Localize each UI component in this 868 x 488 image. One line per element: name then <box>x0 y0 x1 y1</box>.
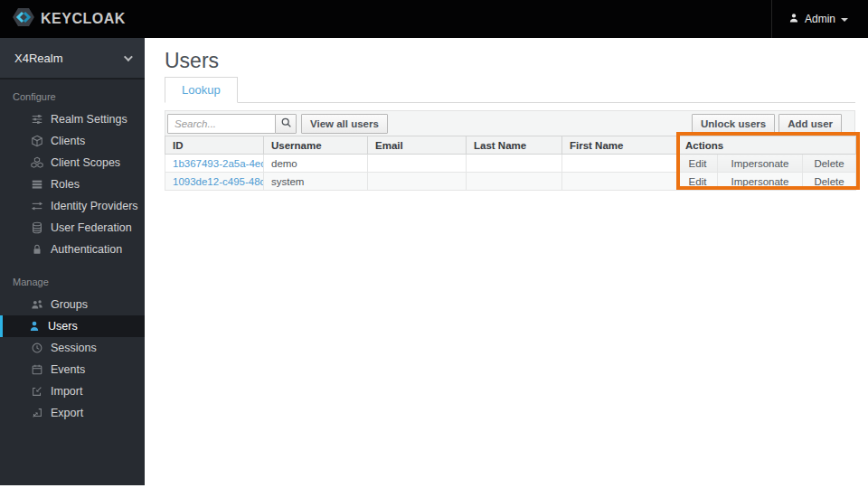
first-name-cell <box>562 173 678 191</box>
sidebar-item-clients[interactable]: Clients <box>0 130 145 152</box>
section-label-configure: Configure <box>13 91 145 102</box>
sidebar-item-label: Sessions <box>51 342 97 354</box>
column-header-actions: Actions <box>678 136 856 155</box>
sidebar-item-users[interactable]: Users <box>0 315 145 337</box>
email-cell <box>368 173 467 191</box>
sidebar-item-label: Identity Providers <box>51 200 138 212</box>
sidebar-item-roles[interactable]: Roles <box>0 174 145 195</box>
section-label-manage: Manage <box>13 277 145 287</box>
sidebar-item-label: Export <box>51 407 83 419</box>
keycloak-logo[interactable]: KEYCLOAK <box>0 6 126 32</box>
calendar-icon <box>30 363 43 377</box>
search-button[interactable] <box>275 114 297 134</box>
sidebar-item-label: Realm Settings <box>51 113 127 126</box>
column-header-last-name: Last Name <box>467 136 562 155</box>
sidebar-item-label: Client Scopes <box>51 156 120 169</box>
delete-button[interactable]: Delete <box>803 173 856 191</box>
search-icon <box>280 117 292 130</box>
sidebar-item-identity-providers[interactable]: Identity Providers <box>0 195 145 217</box>
edit-button[interactable]: Edit <box>678 155 718 173</box>
user-id-cell: 1093de12-c495-48d8-... <box>165 173 264 191</box>
view-all-users-button[interactable]: View all users <box>301 114 388 134</box>
keycloak-logo-icon <box>12 6 35 32</box>
user-id-link[interactable]: 1093de12-c495-48d8-... <box>173 176 264 187</box>
column-header-first-name: First Name <box>562 136 678 155</box>
tab-lookup[interactable]: Lookup <box>165 77 238 103</box>
users-datatable: View all users Unlock users Add user ID … <box>165 110 855 191</box>
sidebar-item-realm-settings[interactable]: Realm Settings <box>0 108 145 130</box>
sidebar-item-label: Import <box>51 385 82 398</box>
chevron-down-icon <box>124 52 133 61</box>
exchange-icon <box>30 200 43 213</box>
last-name-cell <box>467 155 562 173</box>
database-icon <box>30 221 43 235</box>
tab-strip: Lookup <box>165 77 855 103</box>
admin-label: Admin <box>805 13 835 25</box>
column-header-username: Username <box>264 136 368 155</box>
sidebar-item-label: Groups <box>51 298 88 311</box>
lock-icon <box>30 243 43 257</box>
last-name-cell <box>467 173 562 191</box>
impersonate-button[interactable]: Impersonate <box>718 173 803 191</box>
export-icon <box>30 407 43 420</box>
edit-button[interactable]: Edit <box>678 173 718 191</box>
brand-text: KEYCLOAK <box>41 11 126 27</box>
cube-icon <box>30 135 43 148</box>
first-name-cell <box>562 155 678 173</box>
username-cell: demo <box>264 155 368 173</box>
user-id-cell: 1b367493-2a5a-4edc-... <box>165 155 264 173</box>
add-user-button[interactable]: Add user <box>778 114 842 134</box>
page-title: Users <box>165 49 219 73</box>
sidebar-item-sessions[interactable]: Sessions <box>0 337 145 359</box>
search-input[interactable] <box>167 114 276 134</box>
group-icon <box>30 298 43 312</box>
username-cell: system <box>264 173 368 191</box>
sidebar-item-events[interactable]: Events <box>0 359 145 380</box>
main-content: Users Lookup View all users <box>145 38 868 488</box>
sidebar-item-label: User Federation <box>51 221 132 234</box>
impersonate-button[interactable]: Impersonate <box>718 155 803 173</box>
unlock-users-button[interactable]: Unlock users <box>692 114 775 134</box>
table-row: 1b367493-2a5a-4edc-... demo Edit Imperso… <box>165 155 856 173</box>
sidebar-item-user-federation[interactable]: User Federation <box>0 217 145 239</box>
column-header-id: ID <box>165 136 264 155</box>
sidebar-item-export[interactable]: Export <box>0 402 145 424</box>
admin-user-menu[interactable]: Admin <box>772 0 868 38</box>
sidebar-item-label: Events <box>51 363 85 376</box>
top-bar: KEYCLOAK Admin <box>0 0 868 38</box>
table-toolbar: View all users Unlock users Add user <box>165 110 855 136</box>
user-icon <box>27 320 41 333</box>
sliders-icon <box>30 113 43 127</box>
cubes-icon <box>30 156 43 170</box>
realm-name: X4Realm <box>14 52 62 65</box>
users-table: ID Username Email Last Name First Name A… <box>165 136 856 191</box>
sidebar-item-authentication[interactable]: Authentication <box>0 239 145 260</box>
clock-icon <box>30 342 43 355</box>
sidebar-item-label: Authentication <box>51 243 122 256</box>
list-icon <box>30 178 43 192</box>
user-icon <box>788 13 799 26</box>
chevron-down-icon <box>841 18 848 22</box>
import-icon <box>30 385 43 399</box>
table-row: 1093de12-c495-48d8-... system Edit Imper… <box>165 173 856 191</box>
table-header-row: ID Username Email Last Name First Name A… <box>165 136 856 155</box>
sidebar-item-client-scopes[interactable]: Client Scopes <box>0 152 145 174</box>
sidebar-item-label: Users <box>48 320 78 333</box>
sidebar-item-import[interactable]: Import <box>0 380 145 402</box>
sidebar-item-groups[interactable]: Groups <box>0 294 145 315</box>
sidebar-item-label: Clients <box>51 135 85 147</box>
realm-selector[interactable]: X4Realm <box>0 38 145 80</box>
user-id-link[interactable]: 1b367493-2a5a-4edc-... <box>173 158 264 169</box>
sidebar: X4Realm Configure Realm Settings Clients <box>0 38 145 485</box>
sidebar-item-label: Roles <box>51 178 80 191</box>
column-header-email: Email <box>368 136 467 155</box>
delete-button[interactable]: Delete <box>803 155 856 173</box>
email-cell <box>368 155 467 173</box>
